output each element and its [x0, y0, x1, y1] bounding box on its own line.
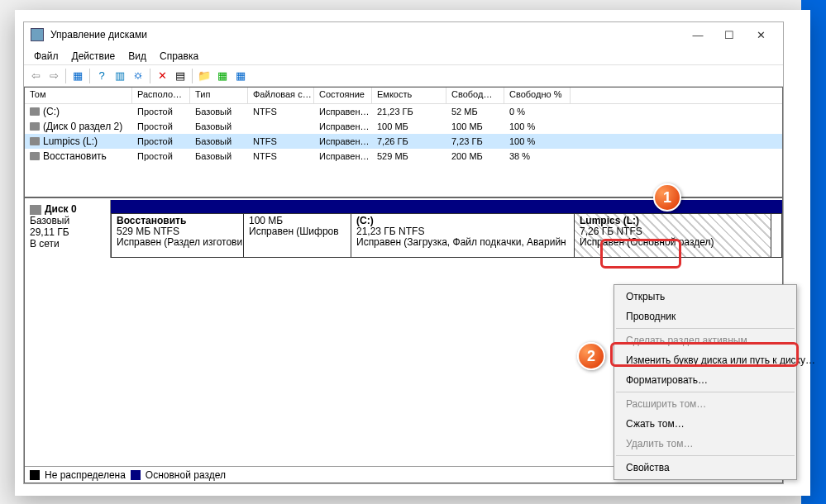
volume-cell-pct: 38 % — [504, 149, 571, 164]
legend-primary-label: Основной раздел — [146, 469, 226, 481]
volume-cell-pct: 0 % — [504, 104, 571, 119]
col-layout[interactable]: Располо… — [132, 88, 190, 103]
ctx-make-active: Сделать раздел активным — [616, 330, 795, 350]
ctx-explorer[interactable]: Проводник — [616, 307, 795, 326]
col-type[interactable]: Тип — [190, 88, 248, 103]
volume-row[interactable]: (C:)ПростойБазовыйNTFSИсправен…21,23 ГБ5… — [25, 104, 782, 119]
partition-block[interactable]: Восстановить529 МБ NTFSИсправен (Раздел … — [112, 214, 244, 257]
volume-cell-free: 7,23 ГБ — [446, 134, 504, 149]
menu-view[interactable]: Вид — [122, 49, 153, 64]
partition-block[interactable]: 100 МБИсправен (Шифров — [244, 214, 351, 257]
col-status[interactable]: Состояние — [314, 88, 372, 103]
callout-2: 2 — [577, 342, 605, 370]
legend-unalloc-label: Не распределена — [45, 469, 126, 481]
volume-cell-type: Базовый — [190, 119, 248, 134]
volume-cell-name: (Диск 0 раздел 2) — [25, 119, 132, 134]
menu-action[interactable]: Действие — [65, 49, 122, 64]
ctx-extend: Расширить том… — [616, 394, 795, 414]
volume-cell-layout: Простой — [132, 119, 190, 134]
col-capacity[interactable]: Емкость — [372, 88, 446, 103]
nav-back-icon[interactable]: ⇦ — [27, 68, 44, 84]
volume-list: Том Располо… Тип Файловая с… Состояние Е… — [24, 87, 783, 197]
ctx-open[interactable]: Открыть — [616, 287, 795, 307]
volume-cell-cap: 100 МБ — [372, 119, 446, 134]
menubar: Файл Действие Вид Справка — [24, 47, 783, 65]
volume-cell-type: Базовый — [190, 134, 248, 149]
minimize-button[interactable]: — — [682, 26, 714, 44]
volume-cell-free: 100 МБ — [446, 119, 504, 134]
app-icon — [31, 28, 44, 41]
menu-file[interactable]: Файл — [27, 49, 65, 64]
nav-forward-icon[interactable]: ⇨ — [45, 68, 62, 84]
volume-cell-pct: 100 % — [504, 134, 571, 149]
volume-cell-name: Lumpics (L:) — [25, 134, 132, 149]
volume-cell-layout: Простой — [132, 134, 190, 149]
ctx-properties[interactable]: Свойства — [616, 458, 795, 478]
volume-cell-fs — [248, 119, 314, 134]
partition-block[interactable]: Lumpics (L:)7,26 ГБ NTFSИсправен (Основн… — [575, 214, 771, 257]
window-title: Управление дисками — [50, 29, 682, 40]
volume-cell-name: Восстановить — [25, 149, 132, 164]
col-freepct[interactable]: Свободно % — [504, 88, 571, 103]
volume-row[interactable]: (Диск 0 раздел 2)ПростойБазовыйИсправен…… — [25, 119, 782, 134]
callout-1: 1 — [653, 183, 681, 212]
legend-primary-swatch — [131, 470, 141, 480]
col-fs[interactable]: Файловая с… — [248, 88, 314, 103]
volume-icon — [30, 152, 40, 160]
volume-cell-name: (C:) — [25, 104, 132, 119]
ctx-format[interactable]: Форматировать… — [616, 370, 795, 390]
maximize-button[interactable]: ☐ — [714, 26, 745, 44]
delete-icon[interactable]: ✕ — [154, 68, 170, 84]
volume-row[interactable]: ВосстановитьПростойБазовыйNTFSИсправен…5… — [25, 149, 782, 164]
disk-label[interactable]: Диск 0 Базовый 29,11 ГБ В сети — [25, 200, 111, 258]
volume-list-header: Том Располо… Тип Файловая с… Состояние Е… — [25, 88, 782, 104]
volume-cell-cap: 529 МБ — [372, 149, 446, 164]
volume-cell-fs: NTFS — [248, 134, 314, 149]
close-button[interactable]: ✕ — [745, 26, 776, 44]
refresh-icon[interactable]: ▦ — [214, 68, 231, 84]
volume-icon — [30, 122, 40, 131]
settings-icon[interactable]: ⛭ — [130, 68, 146, 84]
volume-cell-free: 200 МБ — [446, 149, 504, 164]
volume-cell-type: Базовый — [190, 149, 248, 164]
menu-help[interactable]: Справка — [153, 49, 205, 64]
volume-cell-status: Исправен… — [314, 134, 372, 149]
layout-icon[interactable]: ▥ — [112, 68, 128, 84]
volume-cell-status: Исправен… — [314, 104, 372, 119]
legend-unalloc-swatch — [30, 470, 40, 480]
ctx-delete: Удалить том… — [616, 434, 795, 454]
volume-icon — [30, 137, 40, 145]
partitions: Восстановить529 МБ NTFSИсправен (Раздел … — [111, 200, 782, 258]
volume-icon — [30, 107, 40, 116]
list-icon[interactable]: ▦ — [232, 68, 249, 84]
col-volume[interactable]: Том — [25, 88, 132, 103]
volume-cell-layout: Простой — [132, 149, 190, 164]
partition-block[interactable]: (C:)21,23 ГБ NTFSИсправен (Загрузка, Фай… — [351, 214, 575, 257]
properties-icon[interactable]: ▤ — [172, 68, 189, 84]
volume-cell-type: Базовый — [190, 104, 248, 119]
volume-cell-pct: 100 % — [504, 119, 571, 134]
volume-cell-fs: NTFS — [248, 104, 314, 119]
help-icon[interactable]: ? — [93, 68, 110, 84]
ctx-change-letter[interactable]: Изменить букву диска или путь к диску… — [616, 350, 795, 370]
grid-icon[interactable]: ▦ — [69, 68, 86, 84]
volume-cell-cap: 7,26 ГБ — [372, 134, 446, 149]
volume-cell-cap: 21,23 ГБ — [372, 104, 446, 119]
volume-cell-status: Исправен… — [314, 119, 372, 134]
col-free[interactable]: Свобод… — [446, 88, 504, 103]
volume-cell-free: 52 МБ — [446, 104, 504, 119]
volume-row[interactable]: Lumpics (L:)ПростойБазовыйNTFSИсправен…7… — [25, 134, 782, 149]
volume-cell-layout: Простой — [132, 104, 190, 119]
volume-cell-fs: NTFS — [248, 149, 314, 164]
folder-icon[interactable]: 📁 — [196, 68, 212, 84]
disk-icon — [30, 205, 41, 215]
partition-header-bar — [111, 200, 782, 213]
context-menu: Открыть Проводник Сделать раздел активны… — [614, 284, 797, 480]
ctx-shrink[interactable]: Сжать том… — [616, 414, 795, 434]
titlebar: Управление дисками — ☐ ✕ — [24, 22, 783, 47]
toolbar: ⇦ ⇨ ▦ ? ▥ ⛭ ✕ ▤ 📁 ▦ ▦ — [24, 65, 783, 87]
volume-cell-status: Исправен… — [314, 149, 372, 164]
